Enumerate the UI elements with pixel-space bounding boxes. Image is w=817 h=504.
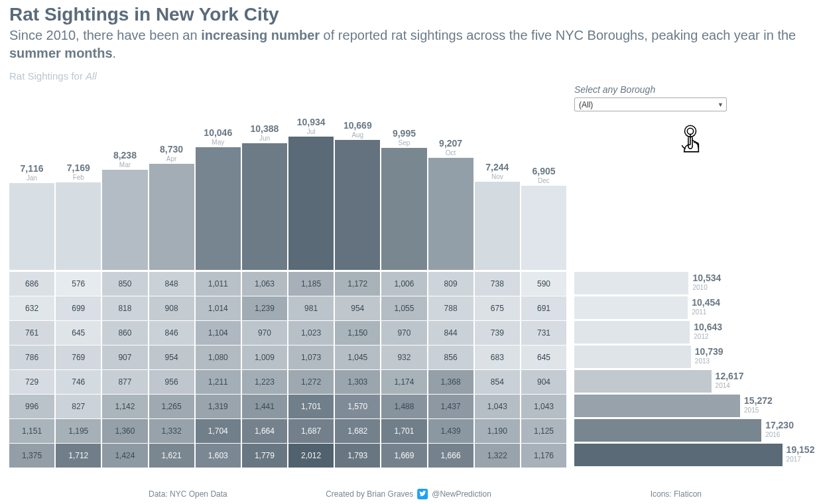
heatmap-cell[interactable]: 746 xyxy=(56,370,101,394)
heatmap-cell[interactable]: 856 xyxy=(428,346,473,369)
heatmap-cell[interactable]: 738 xyxy=(475,272,520,296)
heatmap-cell[interactable]: 1,603 xyxy=(196,444,241,468)
heatmap-cell[interactable]: 1,142 xyxy=(102,395,147,418)
heatmap-cell[interactable]: 686 xyxy=(9,272,54,296)
heatmap-cell[interactable]: 809 xyxy=(428,272,473,296)
heatmap-cell[interactable]: 1,150 xyxy=(335,321,380,345)
heatmap-cell[interactable]: 1,322 xyxy=(475,444,520,468)
heatmap-cell[interactable]: 1,439 xyxy=(428,419,473,443)
heatmap-cell[interactable]: 1,043 xyxy=(521,395,566,418)
heatmap-cell[interactable]: 827 xyxy=(56,395,101,418)
heatmap-cell[interactable]: 1,174 xyxy=(381,370,426,394)
heatmap-cell[interactable]: 1,664 xyxy=(242,419,287,443)
heatmap-cell[interactable]: 1,437 xyxy=(428,395,473,418)
heatmap-cell[interactable]: 1,195 xyxy=(56,419,101,443)
heatmap-cell[interactable]: 729 xyxy=(9,370,54,394)
heatmap-cell[interactable]: 645 xyxy=(521,346,566,369)
heatmap-cell[interactable]: 1,009 xyxy=(242,346,287,369)
heatmap-cell[interactable]: 954 xyxy=(149,346,194,369)
heatmap-cell[interactable]: 1,265 xyxy=(149,395,194,418)
year-bar-2015[interactable]: 15,2722015 xyxy=(574,394,800,418)
heatmap-cell[interactable]: 818 xyxy=(102,296,147,320)
year-bar-2011[interactable]: 10,4542011 xyxy=(574,296,800,320)
heatmap-cell[interactable]: 846 xyxy=(149,321,194,345)
heatmap-cell[interactable]: 1,055 xyxy=(381,296,426,320)
month-bar-mar[interactable]: 8,238Mar xyxy=(102,107,147,270)
heatmap-cell[interactable]: 2,012 xyxy=(288,444,334,468)
heatmap-cell[interactable]: 1,704 xyxy=(196,419,241,443)
heatmap-cell[interactable]: 1,272 xyxy=(288,370,334,394)
heatmap-cell[interactable]: 904 xyxy=(521,370,566,394)
year-bar-2010[interactable]: 10,5342010 xyxy=(574,271,800,295)
heatmap-cell[interactable]: 907 xyxy=(102,346,147,369)
heatmap-cell[interactable]: 1,073 xyxy=(288,346,334,369)
heatmap-cell[interactable]: 731 xyxy=(521,321,566,345)
heatmap-cell[interactable]: 1,332 xyxy=(149,419,194,443)
heatmap-cell[interactable]: 1,682 xyxy=(335,419,380,443)
year-bar-2017[interactable]: 19,1522017 xyxy=(574,443,800,467)
heatmap-cell[interactable]: 1,303 xyxy=(335,370,380,394)
heatmap-cell[interactable]: 848 xyxy=(149,272,194,296)
month-bar-apr[interactable]: 8,730Apr xyxy=(149,107,194,270)
heatmap-cell[interactable]: 1,570 xyxy=(335,395,380,418)
heatmap-cell[interactable]: 1,176 xyxy=(521,444,566,468)
heatmap-cell[interactable]: 1,441 xyxy=(242,395,287,418)
heatmap-cell[interactable]: 860 xyxy=(102,321,147,345)
heatmap-cell[interactable]: 1,701 xyxy=(288,395,334,418)
heatmap-cell[interactable]: 1,185 xyxy=(288,272,334,296)
heatmap-cell[interactable]: 632 xyxy=(9,296,54,320)
month-bar-dec[interactable]: 6,905Dec xyxy=(521,107,566,270)
heatmap-cell[interactable]: 1,063 xyxy=(242,272,287,296)
heatmap-cell[interactable]: 1,368 xyxy=(428,370,473,394)
month-bar-feb[interactable]: 7,169Feb xyxy=(56,107,101,270)
heatmap-cell[interactable]: 683 xyxy=(475,346,520,369)
heatmap-cell[interactable]: 1,375 xyxy=(9,444,54,468)
heatmap-cell[interactable]: 844 xyxy=(428,321,473,345)
heatmap-cell[interactable]: 1,701 xyxy=(381,419,426,443)
heatmap-cell[interactable]: 645 xyxy=(56,321,101,345)
heatmap-cell[interactable]: 1,006 xyxy=(381,272,426,296)
heatmap-cell[interactable]: 699 xyxy=(56,296,101,320)
heatmap-cell[interactable]: 1,045 xyxy=(335,346,380,369)
twitter-icon[interactable] xyxy=(417,489,428,499)
heatmap-cell[interactable]: 970 xyxy=(242,321,287,345)
year-bar-2014[interactable]: 12,6172014 xyxy=(574,369,800,393)
month-bar-sep[interactable]: 9,995Sep xyxy=(381,107,426,270)
heatmap-cell[interactable]: 850 xyxy=(102,272,147,296)
month-bar-may[interactable]: 10,046May xyxy=(196,107,241,270)
heatmap-cell[interactable]: 1,621 xyxy=(149,444,194,468)
heatmap-cell[interactable]: 970 xyxy=(381,321,426,345)
heatmap-cell[interactable]: 786 xyxy=(9,346,54,369)
heatmap-cell[interactable]: 1,104 xyxy=(196,321,241,345)
heatmap-cell[interactable]: 769 xyxy=(56,346,101,369)
heatmap-cell[interactable]: 932 xyxy=(381,346,426,369)
heatmap-cell[interactable]: 1,360 xyxy=(102,419,147,443)
twitter-handle[interactable]: @NewPrediction xyxy=(432,489,491,499)
month-bar-oct[interactable]: 9,207Oct xyxy=(428,107,473,270)
heatmap-cell[interactable]: 1,190 xyxy=(475,419,520,443)
heatmap-cell[interactable]: 739 xyxy=(475,321,520,345)
month-bar-nov[interactable]: 7,244Nov xyxy=(475,107,520,270)
heatmap-cell[interactable]: 908 xyxy=(149,296,194,320)
heatmap-cell[interactable]: 1,151 xyxy=(9,419,54,443)
heatmap-cell[interactable]: 877 xyxy=(102,370,147,394)
heatmap-cell[interactable]: 1,687 xyxy=(288,419,334,443)
heatmap-cell[interactable]: 981 xyxy=(288,296,334,320)
heatmap-cell[interactable]: 1,043 xyxy=(475,395,520,418)
heatmap-cell[interactable]: 854 xyxy=(475,370,520,394)
heatmap-cell[interactable]: 1,712 xyxy=(56,444,101,468)
month-bar-jul[interactable]: 10,934Jul xyxy=(288,107,334,270)
heatmap-cell[interactable]: 954 xyxy=(335,296,380,320)
heatmap-cell[interactable]: 1,023 xyxy=(288,321,334,345)
heatmap-cell[interactable]: 1,779 xyxy=(242,444,287,468)
heatmap-cell[interactable]: 691 xyxy=(521,296,566,320)
month-bar-aug[interactable]: 10,669Aug xyxy=(335,107,380,270)
heatmap-cell[interactable]: 996 xyxy=(9,395,54,418)
heatmap-cell[interactable]: 1,211 xyxy=(196,370,241,394)
heatmap-cell[interactable]: 1,793 xyxy=(335,444,380,468)
heatmap-cell[interactable]: 1,080 xyxy=(196,346,241,369)
heatmap-cell[interactable]: 1,125 xyxy=(521,419,566,443)
heatmap-cell[interactable]: 1,239 xyxy=(242,296,287,320)
heatmap-cell[interactable]: 1,666 xyxy=(428,444,473,468)
year-bar-2013[interactable]: 10,7392013 xyxy=(574,345,800,369)
